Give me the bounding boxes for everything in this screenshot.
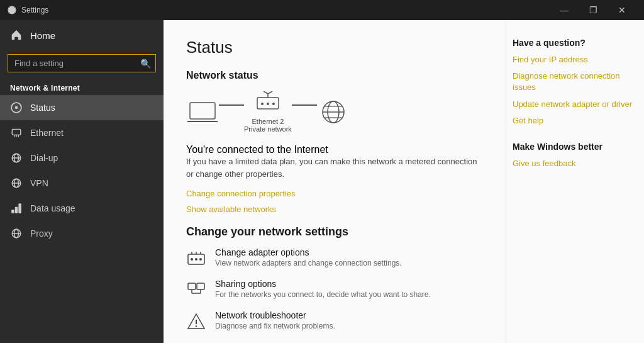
adapter-options-item[interactable]: Change adapter options View network adap… — [186, 247, 483, 269]
diagram-router: Ethernet 2 Private network — [244, 91, 292, 133]
ethernet-label: Ethernet — [30, 128, 64, 138]
close-button[interactable]: ✕ — [608, 0, 636, 20]
diagram-globe — [317, 100, 350, 124]
update-adapter-link[interactable]: Update network adapter or driver — [513, 99, 633, 110]
dialup-icon — [10, 152, 23, 164]
router-icon — [255, 91, 281, 115]
minimize-button[interactable]: — — [550, 0, 579, 20]
sidebar-item-ethernet[interactable]: Ethernet — [0, 120, 164, 145]
settings-icon — [8, 6, 16, 14]
title-bar-title: Settings — [21, 6, 48, 14]
diagram-laptop — [186, 100, 219, 124]
svg-point-43 — [196, 325, 197, 327]
diagnose-link[interactable]: Diagnose network connection issues — [513, 70, 633, 93]
title-bar: Settings — ❐ ✕ — [0, 0, 644, 20]
sidebar-item-dialup[interactable]: Dial-up — [0, 145, 164, 171]
troubleshooter-title: Network troubleshooter — [215, 310, 335, 320]
sidebar-item-proxy[interactable]: Proxy — [0, 221, 164, 246]
connected-title: You're connected to the Internet — [186, 144, 483, 155]
show-networks-link[interactable]: Show available networks — [186, 205, 483, 214]
proxy-label: Proxy — [30, 228, 53, 239]
sharing-desc: For the networks you connect to, decide … — [215, 290, 431, 299]
adapter-desc: View network adapters and change connect… — [215, 259, 402, 267]
diagram-line-2 — [292, 104, 317, 106]
find-ip-link[interactable]: Find your IP address — [513, 54, 633, 65]
sidebar-item-vpn[interactable]: VPN — [0, 171, 164, 196]
feedback-link[interactable]: Give us feedback — [513, 158, 633, 169]
app-container: Home 🔍 Network & Internet Status — [0, 20, 644, 343]
svg-point-22 — [267, 103, 269, 105]
sidebar-search-container: 🔍 — [0, 50, 164, 79]
title-bar-controls: — ❐ ✕ — [550, 0, 636, 20]
svg-rect-15 — [190, 103, 215, 119]
datausage-icon — [10, 202, 23, 215]
troubleshooter-icon — [186, 312, 206, 332]
svg-point-21 — [261, 103, 264, 105]
laptop-icon — [186, 100, 219, 124]
make-better-section: Make Windows better Give us feedback — [513, 142, 633, 169]
sidebar-section-label: Network & Internet — [0, 79, 164, 95]
vpn-label: VPN — [30, 178, 48, 188]
svg-rect-2 — [12, 129, 21, 135]
svg-rect-37 — [197, 283, 204, 290]
home-label: Home — [30, 30, 55, 41]
title-bar-left: Settings — [8, 6, 48, 14]
svg-point-33 — [191, 258, 193, 261]
search-wrapper: 🔍 — [8, 54, 156, 72]
svg-point-34 — [195, 258, 197, 261]
main-content: Status Network status — [164, 20, 506, 343]
get-help-link[interactable]: Get help — [513, 115, 633, 127]
troubleshooter-desc: Diagnose and fix network problems. — [215, 322, 335, 330]
network-status-title: Network status — [186, 70, 483, 81]
change-settings-title: Change your network settings — [186, 225, 483, 239]
vpn-icon — [10, 177, 23, 189]
sidebar-item-status[interactable]: Status — [0, 95, 164, 120]
have-question-section: Have a question? Find your IP address Di… — [513, 38, 633, 127]
make-better-title: Make Windows better — [513, 142, 633, 152]
sidebar-item-datausage[interactable]: Data usage — [0, 196, 164, 221]
svg-point-23 — [272, 103, 275, 105]
sidebar-item-home[interactable]: Home — [0, 20, 164, 50]
svg-point-1 — [15, 106, 18, 110]
status-icon — [10, 101, 23, 114]
svg-line-19 — [264, 91, 268, 94]
troubleshooter-item[interactable]: Network troubleshooter Diagnose and fix … — [186, 310, 483, 332]
search-icon: 🔍 — [140, 59, 151, 69]
dialup-label: Dial-up — [30, 153, 58, 163]
change-connection-link[interactable]: Change connection properties — [186, 189, 483, 198]
search-input[interactable] — [8, 54, 156, 72]
sharing-options-item[interactable]: Sharing options For the networks you con… — [186, 279, 483, 300]
diagram-line-1 — [219, 104, 244, 106]
have-question-title: Have a question? — [513, 38, 633, 48]
datausage-label: Data usage — [30, 203, 75, 213]
sidebar: Home 🔍 Network & Internet Status — [0, 20, 164, 343]
page-title: Status — [186, 38, 483, 57]
adapter-icon — [186, 249, 206, 269]
connected-desc: If you have a limited data plan, you can… — [186, 155, 483, 180]
home-icon — [10, 29, 23, 42]
svg-line-20 — [268, 91, 272, 94]
sharing-title: Sharing options — [215, 279, 431, 289]
network-diagram: Ethernet 2 Private network — [186, 91, 483, 133]
diagram-label: Ethernet 2 Private network — [244, 118, 292, 133]
svg-point-35 — [199, 258, 202, 261]
adapter-title: Change adapter options — [215, 247, 402, 257]
maximize-button[interactable]: ❐ — [579, 0, 608, 20]
status-label: Status — [30, 103, 55, 113]
right-panel: Have a question? Find your IP address Di… — [506, 20, 644, 343]
sharing-icon — [186, 280, 206, 300]
ethernet-icon — [10, 127, 23, 139]
proxy-icon — [10, 227, 23, 240]
globe-icon — [317, 100, 350, 124]
svg-rect-36 — [188, 283, 196, 290]
